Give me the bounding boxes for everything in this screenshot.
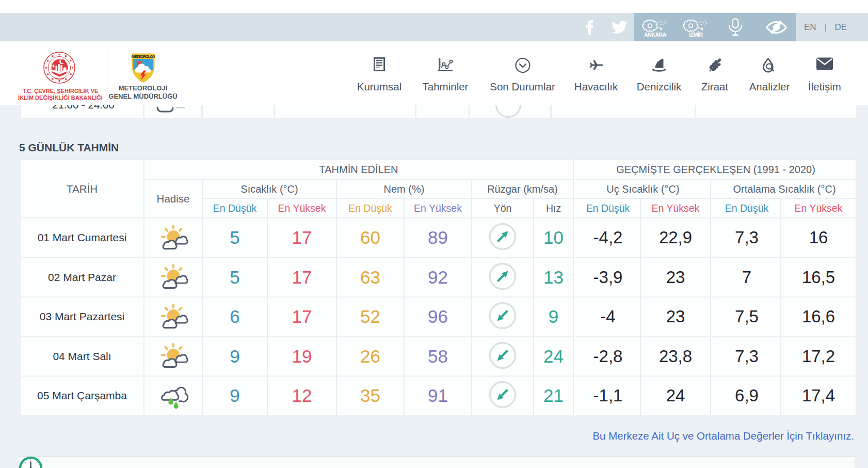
svg-text:METEOROLOJİ: METEOROLOJİ	[132, 54, 155, 59]
svg-text:ANKARA: ANKARA	[644, 32, 666, 38]
svg-text:İZMİR: İZMİR	[689, 32, 703, 38]
